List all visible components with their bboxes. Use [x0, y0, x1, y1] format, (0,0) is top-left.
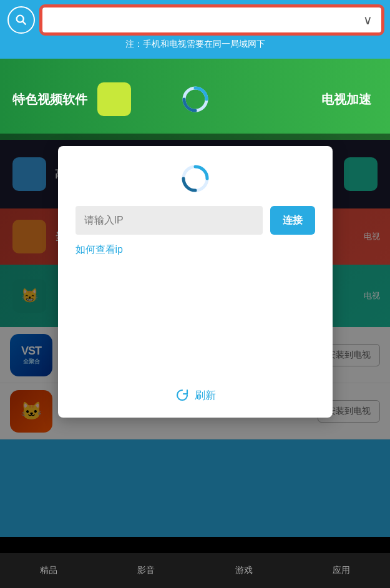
device-dropdown[interactable]: ∨	[41, 6, 383, 34]
device-list-area	[76, 263, 315, 388]
nav-item-media[interactable]: 影音	[97, 553, 195, 588]
main-content: 特色视频软件 电视加速 高 当 电视 😸 电视 VST 全聚合	[0, 59, 390, 537]
ip-input[interactable]	[76, 206, 263, 235]
nav-label-games: 游戏	[235, 565, 253, 576]
header: ∨ 注：手机和电视需要在同一局域网下	[0, 0, 390, 59]
featured-banner: 特色视频软件 电视加速	[0, 59, 390, 140]
ip-input-row: 连接	[76, 206, 315, 235]
nav-label-apps: 应用	[333, 565, 350, 576]
connect-modal: 连接 如何查看ip 刷新	[58, 146, 333, 418]
nav-item-games[interactable]: 游戏	[195, 553, 293, 588]
refresh-label: 刷新	[195, 388, 216, 403]
search-icon	[14, 13, 28, 27]
nav-item-apps[interactable]: 应用	[293, 553, 390, 588]
search-button[interactable]	[7, 6, 35, 34]
chevron-down-icon: ∨	[363, 12, 373, 27]
header-inner: ∨	[7, 6, 383, 34]
loading-spinner-icon	[180, 164, 210, 194]
connect-button[interactable]: 连接	[270, 206, 315, 235]
banner-icon-1	[97, 82, 131, 116]
modal-spinner-container	[76, 164, 315, 194]
nav-item-featured[interactable]: 精品	[0, 553, 97, 588]
banner-spinner	[182, 86, 209, 113]
nav-label-media: 影音	[137, 565, 155, 576]
bottom-navigation: 精品 影音 游戏 应用	[0, 553, 390, 588]
banner-left-text: 特色视频软件	[12, 91, 87, 108]
refresh-button[interactable]: 刷新	[76, 388, 315, 403]
modal-overlay: 连接 如何查看ip 刷新	[0, 134, 390, 537]
banner-right-text: 电视加速	[321, 91, 371, 108]
refresh-icon	[175, 388, 190, 403]
nav-label-featured: 精品	[40, 565, 57, 576]
how-to-ip-link[interactable]: 如何查看ip	[76, 243, 315, 257]
svg-line-1	[22, 21, 26, 24]
svg-point-0	[17, 16, 24, 22]
header-note: 注：手机和电视需要在同一局域网下	[7, 39, 383, 52]
